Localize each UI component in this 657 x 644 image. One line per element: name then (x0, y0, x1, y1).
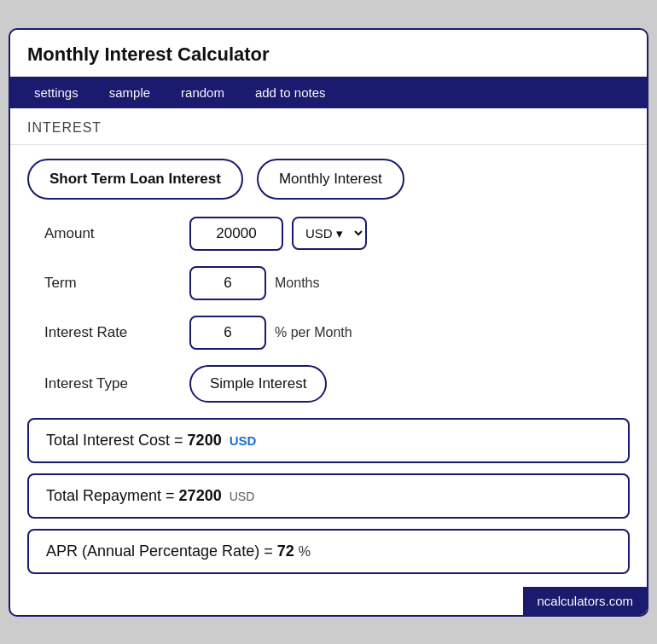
total-interest-equals: = (174, 432, 188, 449)
term-label: Term (27, 275, 181, 292)
amount-row: Amount USD ▾ EUR ▾ (27, 217, 630, 251)
interest-rate-label: Interest Rate (27, 324, 181, 341)
tab-monthly-interest[interactable]: Monthly Interest (257, 159, 404, 200)
calculator-title: Monthly Interest Calculator (27, 44, 270, 65)
apr-result: APR (Annual Percentage Rate) = 72 % (27, 529, 630, 574)
interest-type-button[interactable]: Simple Interest (189, 365, 327, 403)
nav-bar: settings sample random add to notes (10, 77, 647, 108)
total-repayment-value: 27200 (179, 487, 222, 504)
apr-unit: % (299, 544, 311, 559)
nav-settings[interactable]: settings (19, 77, 94, 108)
total-repayment-equals: = (166, 487, 179, 504)
apr-value: 72 (277, 542, 294, 560)
tab-buttons: Short Term Loan Interest Monthly Interes… (27, 159, 630, 200)
currency-select[interactable]: USD ▾ EUR ▾ (292, 217, 367, 250)
section-label: INTEREST (10, 108, 647, 145)
interest-rate-unit: % per Month (275, 325, 352, 340)
apr-label: APR (Annual Percentage Rate) (46, 542, 259, 560)
interest-type-row: Interest Type Simple Interest (27, 365, 630, 403)
nav-random[interactable]: random (166, 77, 240, 108)
total-interest-label: Total Interest Cost (46, 432, 170, 449)
amount-input[interactable] (189, 217, 283, 251)
apr-equals: = (264, 542, 277, 560)
interest-type-label: Interest Type (27, 375, 181, 392)
tab-short-term-loan[interactable]: Short Term Loan Interest (27, 159, 243, 200)
term-input[interactable] (189, 266, 266, 300)
term-unit: Months (275, 276, 319, 291)
amount-input-group: USD ▾ EUR ▾ (189, 217, 367, 251)
nav-add-to-notes[interactable]: add to notes (240, 77, 341, 108)
calculator-wrapper: Monthly Interest Calculator settings sam… (9, 28, 648, 617)
total-interest-currency: USD (230, 433, 257, 448)
amount-label: Amount (27, 225, 181, 242)
total-repayment-result: Total Repayment = 27200 USD (27, 473, 630, 519)
total-interest-result: Total Interest Cost = 7200 USD (27, 418, 630, 463)
term-row: Term Months (27, 266, 630, 300)
total-repayment-label: Total Repayment (46, 487, 161, 504)
nav-sample[interactable]: sample (94, 77, 166, 108)
title-bar: Monthly Interest Calculator (10, 30, 647, 77)
total-interest-value: 7200 (188, 432, 222, 449)
interest-rate-input[interactable] (189, 316, 266, 350)
footer-brand: ncalculators.com (523, 587, 647, 615)
main-content: Short Term Loan Interest Monthly Interes… (10, 145, 647, 598)
interest-rate-row: Interest Rate % per Month (27, 316, 630, 350)
total-repayment-currency: USD (230, 490, 255, 503)
